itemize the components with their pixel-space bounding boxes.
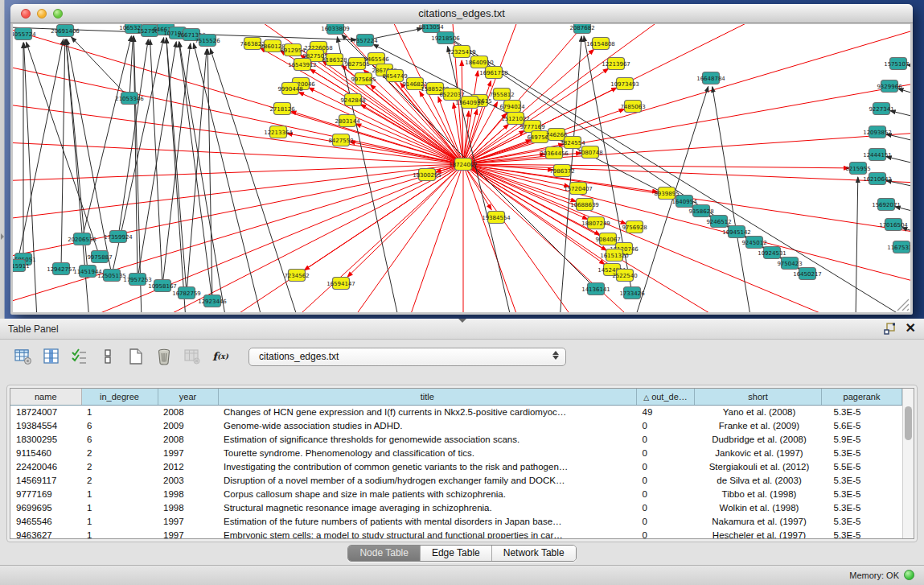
graph-edge[interactable] [17, 39, 64, 266]
show-columns-icon[interactable] [41, 346, 62, 367]
table-selector-dropdown[interactable]: citations_edges.txt [248, 348, 566, 366]
graph-node[interactable]: 8215955 [845, 163, 870, 175]
graph-node[interactable]: 9990448 [277, 83, 302, 95]
graph-edge[interactable] [72, 37, 129, 98]
graph-node[interactable]: 9227341 [869, 103, 893, 115]
graph-node[interactable]: 15751074 [884, 58, 910, 70]
column-header-name[interactable]: name [10, 389, 81, 405]
graph-edge[interactable] [347, 164, 463, 277]
graph-node[interactable]: 16033809 [321, 24, 350, 35]
graph-node[interactable]: 7515526 [195, 35, 220, 47]
table-row[interactable]: 969969511998Structural magnetic resonanc… [10, 501, 902, 514]
row-options-icon[interactable] [97, 346, 118, 367]
graph-node[interactable]: 1733426 [619, 287, 645, 299]
graph-node[interactable]: 1080748 [577, 146, 602, 159]
memory-status-icon[interactable] [904, 570, 914, 580]
graph-edge[interactable] [438, 31, 910, 312]
create-column-icon[interactable] [125, 346, 146, 367]
table-row[interactable]: 946362711997Embryonic stem cells: a mode… [10, 528, 902, 539]
graph-node[interactable]: 10924531 [758, 247, 786, 259]
column-header-in-degree[interactable]: in_degree [81, 389, 158, 405]
graph-node[interactable]: 8186328 [322, 54, 347, 66]
import-table-icon[interactable] [182, 346, 203, 367]
graph-edge[interactable] [886, 134, 910, 146]
graph-node[interactable]: 16210643 [863, 173, 892, 185]
graph-node[interactable]: 12942757 [47, 263, 76, 275]
graph-node[interactable]: 10973493 [610, 78, 639, 90]
graph-node[interactable]: 16945142 [722, 226, 751, 238]
graph-edge[interactable] [179, 42, 226, 312]
graph-node[interactable]: 11675311 [887, 241, 910, 253]
graph-node[interactable]: 18300295 [413, 169, 441, 181]
graph-node[interactable]: 8939895 [654, 187, 679, 200]
graph-edge[interactable] [713, 87, 751, 312]
table-row[interactable]: 911546021997Tourette syndrome. Phenomeno… [10, 446, 902, 459]
graph-node[interactable]: 6522037 [439, 89, 464, 101]
graph-node[interactable]: 9975685 [351, 73, 376, 85]
select-columns-icon[interactable] [69, 346, 90, 367]
graph-node[interactable]: 7955812 [489, 89, 514, 101]
graph-node[interactable]: 7357224 [352, 35, 378, 47]
function-builder-icon[interactable]: f(x) [210, 346, 231, 367]
collapse-arrow-icon[interactable] [1, 233, 4, 240]
graph-node[interactable]: 17016504 [879, 219, 908, 231]
graph-edge[interactable] [901, 228, 910, 240]
graph-node[interactable]: 9246512 [706, 216, 731, 228]
graph-node[interactable]: 2087682 [569, 24, 594, 34]
close-window-button[interactable] [21, 9, 31, 19]
graph-edge[interactable] [138, 42, 176, 279]
graph-node[interactable]: 12213364 [264, 126, 293, 138]
graph-node[interactable]: 9756928 [622, 221, 647, 233]
graph-edge[interactable] [856, 177, 858, 312]
table-row[interactable]: 1938455462009Genome-wide association stu… [10, 418, 902, 432]
graph-edge[interactable] [291, 111, 463, 164]
graph-node[interactable]: 16450217 [793, 268, 822, 280]
graph-edge[interactable] [118, 39, 148, 237]
table-row[interactable]: 1456911722003Disruption of a novel membe… [10, 473, 902, 487]
graph-node[interactable]: 20691406 [51, 25, 80, 37]
graph-edge[interactable] [383, 164, 463, 312]
graph-node[interactable]: 10688639 [570, 199, 599, 211]
graph-edge[interactable] [886, 157, 910, 169]
column-header-pagerank[interactable]: pagerank [822, 389, 902, 405]
graph-node[interactable]: 9750423 [777, 257, 802, 270]
table-mode-icon[interactable] [13, 346, 34, 367]
table-row[interactable]: 1872400712008Changes of HCN gene express… [10, 405, 902, 418]
graph-node[interactable]: 3824554 [560, 137, 585, 149]
graph-node[interactable]: 16648784 [696, 72, 725, 84]
graph-node[interactable]: 9329966 [877, 80, 902, 93]
column-header-out-de-[interactable]: △out_de… [637, 389, 695, 405]
graph-node[interactable]: 8427552 [328, 134, 353, 146]
graph-edge[interactable] [222, 164, 463, 312]
graph-node[interactable]: 12923446 [198, 295, 227, 307]
graph-node[interactable]: 9242848 [340, 94, 365, 106]
graph-node[interactable]: 12444151 [863, 149, 892, 161]
zoom-window-button[interactable] [53, 9, 63, 19]
graph-edge[interactable] [463, 164, 544, 312]
graph-edge[interactable] [463, 24, 809, 164]
network-canvas[interactable]: 4055724206914061065324715279026466160107… [13, 24, 910, 312]
column-header-year[interactable]: year [158, 389, 218, 405]
graph-edge[interactable] [890, 111, 910, 122]
column-header-short[interactable]: short [695, 389, 822, 405]
float-panel-icon[interactable] [884, 323, 896, 335]
graph-node[interactable]: 8454749 [382, 70, 407, 82]
tab-network-table[interactable]: Network Table [492, 546, 576, 561]
graph-node[interactable]: 9465546 [363, 53, 389, 65]
resize-grip-icon[interactable] [897, 299, 909, 311]
graph-node[interactable]: 12325419 [447, 46, 476, 58]
graph-node[interactable]: 14136141 [581, 283, 610, 295]
graph-edge[interactable] [129, 36, 133, 98]
graph-edge[interactable] [895, 207, 910, 217]
network-view-window[interactable]: citations_edges.txt 40557242069140610653… [10, 4, 913, 315]
graph-node[interactable]: 4055724 [13, 28, 36, 40]
graph-node[interactable]: 9975887 [87, 251, 112, 263]
tab-node-table[interactable]: Node Table [348, 546, 421, 561]
graph-node[interactable]: 7986372 [549, 165, 574, 177]
close-panel-icon[interactable]: ✕ [906, 322, 916, 335]
graph-node[interactable]: 8912954 [280, 44, 306, 56]
table-scrollbar[interactable] [902, 389, 914, 538]
graph-node[interactable]: 15720407 [564, 183, 593, 195]
table-row[interactable]: 946554611997Estimation of the future num… [10, 514, 902, 528]
graph-node[interactable]: 2522540 [612, 270, 637, 282]
